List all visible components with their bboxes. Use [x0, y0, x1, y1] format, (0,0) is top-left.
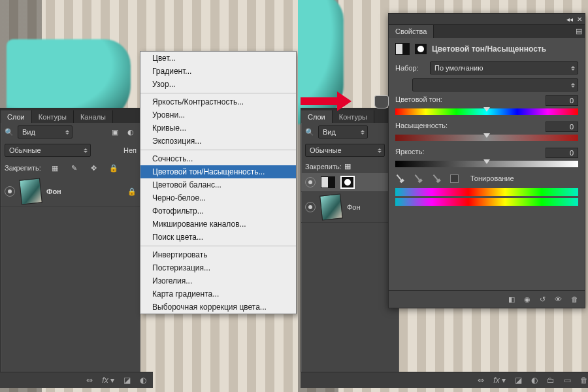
layers-panel-right: Слои Контуры 🔍 Вид Обычные Закрепить: ▦	[301, 108, 399, 376]
group-icon-r[interactable]: 🗀	[547, 376, 555, 385]
mi-vibrance[interactable]: Сочность...	[140, 152, 296, 165]
light-value[interactable]: 0	[546, 148, 578, 158]
lock-move-icon[interactable]: ✥	[88, 162, 100, 174]
mi-brightness[interactable]: Яркость/Контрастность...	[140, 95, 296, 108]
visibility-toggle-r1[interactable]	[305, 177, 316, 188]
mi-threshold[interactable]: Изогелия...	[140, 274, 296, 287]
mi-black-white[interactable]: Черно-белое...	[140, 191, 296, 204]
mi-pattern[interactable]: Узор...	[140, 78, 296, 91]
layers-tabs: Слои Контуры Каналы	[1, 108, 140, 123]
mi-levels[interactable]: Уровни...	[140, 108, 296, 122]
mask-icon-r[interactable]: ◪	[515, 376, 522, 385]
blend-mode-select-r[interactable]: Обычные	[305, 144, 385, 157]
light-slider[interactable]	[395, 161, 578, 167]
eyedropper-icon[interactable]	[393, 172, 406, 185]
mi-hue-saturation[interactable]: Цветовой тон/Насыщенность...	[140, 165, 296, 178]
link-icon-r[interactable]: ⇔	[478, 376, 484, 385]
colorize-checkbox[interactable]	[450, 174, 459, 183]
search-icon: 🔍	[5, 128, 14, 137]
sat-value[interactable]: 0	[546, 122, 578, 132]
lock-label-r: Закрепить:	[305, 163, 342, 171]
hue-sat-icon	[395, 43, 410, 55]
sat-knob[interactable]	[483, 133, 490, 138]
preset-value: По умолчанию	[434, 64, 483, 72]
hue-knob[interactable]	[483, 107, 490, 112]
mi-invert[interactable]: Инвертировать	[140, 248, 296, 261]
layer-row-adjust[interactable]	[301, 173, 399, 192]
lock-brush-icon[interactable]: ✎	[69, 162, 80, 174]
new-layer-icon-r[interactable]: ▭	[564, 376, 571, 385]
mi-color-lookup[interactable]: Поиск цвета...	[140, 231, 296, 244]
mask-icon[interactable]: ◪	[123, 376, 131, 385]
hue-strip-top	[395, 188, 578, 196]
mi-color[interactable]: Цвет...	[140, 52, 296, 65]
collapse-icon[interactable]: ◂◂	[566, 16, 573, 23]
opacity-label-cut: Неп	[123, 146, 137, 154]
tab-properties[interactable]: Свойства	[389, 25, 434, 38]
mask-mode-icon[interactable]	[415, 44, 427, 54]
blend-mode-value: Обычные	[9, 146, 41, 154]
filter-type-value: Вид	[22, 128, 35, 136]
mi-posterize[interactable]: Постеризация...	[140, 261, 296, 274]
filter-pixel-icon[interactable]: ▣	[109, 126, 121, 138]
clip-icon[interactable]: ◧	[508, 295, 515, 304]
preset-select[interactable]: По умолчанию	[430, 61, 578, 74]
mi-color-balance[interactable]: Цветовой баланс...	[140, 178, 296, 191]
panel-title: Цветовой тон/Насыщенность	[432, 44, 546, 54]
adjustment-icon-r[interactable]: ◐	[531, 376, 538, 385]
tab-layers-r[interactable]: Слои	[301, 110, 333, 123]
targeted-adjust-icon[interactable]	[374, 95, 389, 108]
lock-pixels-icon-r[interactable]: ▦	[344, 162, 351, 171]
hue-slider[interactable]	[395, 108, 578, 115]
layer-thumbnail-r	[319, 193, 343, 220]
lock-icon: 🔒	[127, 188, 137, 196]
toggle-visibility-icon[interactable]: 👁	[555, 295, 562, 303]
filter-type-select[interactable]: Вид	[18, 125, 73, 139]
mi-channel-mixer[interactable]: Микширование каналов...	[140, 218, 296, 231]
mi-gradient[interactable]: Градиент...	[140, 65, 296, 78]
trash-icon-r[interactable]: 🗑	[580, 376, 588, 385]
mi-photo-filter[interactable]: Фотофильтр...	[140, 204, 296, 218]
tab-layers[interactable]: Слои	[1, 110, 32, 123]
hue-label: Цветовой тон:	[395, 95, 442, 106]
mi-exposure[interactable]: Экспозиция...	[140, 135, 296, 148]
reset-icon[interactable]: ↺	[540, 295, 546, 304]
lock-pixels-icon[interactable]: ▦	[49, 162, 61, 174]
fx-menu-r[interactable]: fx ▾	[493, 376, 506, 385]
layer-name: Фон	[46, 188, 61, 195]
layer-name-r: Фон	[347, 203, 361, 211]
panel-header: ◂◂ ✕	[389, 14, 585, 25]
light-label: Яркость:	[395, 148, 424, 158]
visibility-toggle-icon[interactable]	[5, 186, 15, 197]
visibility-toggle-r2[interactable]	[305, 202, 316, 212]
link-icon[interactable]: ⇔	[86, 376, 93, 385]
close-icon[interactable]: ✕	[577, 16, 582, 23]
hue-value[interactable]: 0	[546, 95, 578, 106]
blend-mode-select[interactable]: Обычные	[5, 144, 91, 157]
sat-slider[interactable]	[395, 135, 578, 141]
layer-row-bg[interactable]: Фон 🔒	[1, 176, 140, 207]
eyedropper-sub-icon[interactable]	[430, 172, 443, 185]
layer-row-bg-r[interactable]: Фон	[301, 192, 399, 223]
channel-select[interactable]	[412, 78, 578, 91]
fx-menu[interactable]: fx ▾	[102, 376, 114, 385]
lock-all-icon[interactable]: 🔒	[108, 162, 120, 174]
hue-strip-bottom	[395, 198, 578, 206]
filter-type-select-r[interactable]: Вид	[318, 125, 368, 139]
panel-menu-icon[interactable]: ▤	[573, 25, 585, 37]
mi-gradient-map[interactable]: Карта градиента...	[140, 287, 296, 301]
light-knob[interactable]	[483, 159, 490, 164]
adjustment-icon[interactable]: ◐	[140, 376, 146, 385]
tab-paths[interactable]: Контуры	[32, 110, 74, 123]
eyedropper-add-icon[interactable]	[412, 172, 425, 185]
view-previous-icon[interactable]: ◉	[524, 295, 531, 304]
layer-thumbnail	[19, 178, 42, 204]
tab-channels[interactable]: Каналы	[74, 110, 113, 123]
colorize-label: Тонирование	[470, 174, 514, 182]
tab-paths-r[interactable]: Контуры	[333, 110, 374, 123]
filter-adjust-icon[interactable]: ◐	[125, 126, 137, 138]
mi-curves[interactable]: Кривые...	[140, 122, 296, 135]
lock-label: Закрепить:	[5, 164, 41, 172]
delete-adjust-icon[interactable]: 🗑	[571, 295, 578, 303]
mi-selective-color[interactable]: Выборочная коррекция цвета...	[140, 301, 296, 314]
